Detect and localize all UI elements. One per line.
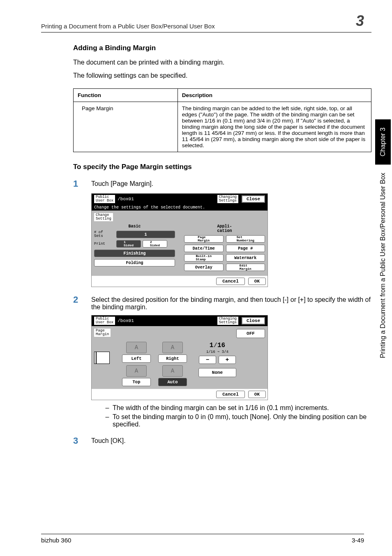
folding-button[interactable]: Folding — [94, 259, 175, 266]
page-num-button[interactable]: Page # — [226, 245, 265, 252]
panel1-tab-change-setting[interactable]: Change Setting — [94, 213, 113, 221]
bullet-2: To set the binding margin to 0 in (0 mm)… — [113, 413, 371, 428]
two-sided-button[interactable]: 2 Sided — [143, 240, 167, 248]
margin-range: 1/16 ~ 3/4 — [206, 350, 228, 354]
top-button[interactable]: Top — [122, 378, 151, 386]
panel-page-margin: PublicUser Box /box01 ChangingSettings C… — [91, 315, 268, 400]
th-description: Description — [178, 89, 371, 102]
panel1-close-button[interactable]: Close — [242, 195, 265, 203]
td-function: Page Margin — [74, 102, 178, 152]
function-table: Function Description Page Margin The bin… — [73, 88, 371, 152]
set-numbering-button[interactable]: Set Numbering — [226, 235, 265, 243]
right-icon: A — [162, 342, 183, 353]
header-rule — [41, 32, 371, 32]
page-margin-button[interactable]: Page Margin — [184, 235, 224, 243]
sets-label: # of Sets — [94, 231, 115, 238]
panel1-cancel-button[interactable]: Cancel — [216, 278, 245, 285]
none-button[interactable]: None — [198, 368, 236, 377]
panel1-ok-button[interactable]: OK — [248, 278, 266, 285]
step-2-number: 2 — [73, 294, 91, 305]
panel2-header: PublicUser Box /box01 ChangingSettings C… — [92, 315, 267, 326]
auto-button[interactable]: Auto — [158, 378, 187, 386]
panel2-ok-button[interactable]: OK — [248, 391, 266, 398]
off-button[interactable]: OFF — [236, 329, 265, 338]
procedure-heading: To specify the Page Margin settings — [41, 163, 371, 171]
panel1-basic-header: Basic — [94, 223, 175, 231]
bullet-dash-1: – — [102, 404, 113, 412]
td-description: The binding margin can be added to the l… — [178, 102, 371, 152]
bullet-dash-2: – — [102, 413, 113, 428]
auto-icon: A — [162, 365, 183, 377]
panel1-changing: ChangingSettings — [217, 195, 238, 203]
step-1-number: 1 — [73, 178, 91, 189]
side-tab-chapter: Chapter 3 — [375, 119, 391, 164]
panel1-title-box: PublicUser Box — [94, 195, 115, 203]
right-button[interactable]: Right — [158, 354, 187, 363]
watermark-button[interactable]: Watermark — [226, 254, 265, 262]
print-label: Print — [94, 242, 115, 246]
panel1-header: PublicUser Box /box01 ChangingSettings C… — [92, 194, 267, 204]
left-icon: A — [126, 342, 147, 353]
one-sided-button[interactable]: 1 Sided — [116, 240, 141, 248]
bullet-1: The width of the binding margin can be s… — [113, 404, 371, 412]
footer-left: bizhub 360 — [41, 537, 71, 544]
margin-value: 1⁄16 — [210, 342, 225, 349]
date-time-button[interactable]: Date/Time — [184, 245, 224, 252]
header-breadcrumb: Printing a Document from a Public User B… — [41, 23, 356, 30]
builtin-stamp-button[interactable]: Built-in Stamp — [184, 254, 224, 262]
margin-preview — [94, 342, 116, 386]
panel2-box-path: /box01 — [118, 318, 134, 323]
panel2-tab-page-margin: Page Margin — [94, 329, 111, 337]
step-3-text: Touch [OK]. — [91, 437, 126, 445]
edit-margin-button[interactable]: Edit Margin — [226, 264, 265, 271]
footer-right: 3-49 — [352, 537, 364, 544]
top-icon: A — [126, 365, 147, 377]
side-tab: Chapter 3 Printing a Document from a Pub… — [374, 119, 392, 366]
overlay-button[interactable]: Overlay — [184, 264, 224, 271]
panel2-changing: ChangingSettings — [217, 317, 238, 325]
panel1-application-header: Appli- cation — [184, 223, 265, 235]
sets-value[interactable]: 1 — [116, 231, 175, 238]
side-tab-title: Printing a Document from a Public User B… — [375, 164, 391, 366]
step-2-text: Select the desired position for the bind… — [91, 296, 371, 311]
left-button[interactable]: Left — [122, 354, 151, 363]
panel2-title-box: PublicUser Box — [94, 317, 115, 325]
panel1-subheader: Change the settings of the selected docu… — [92, 204, 267, 211]
panel2-cancel-button[interactable]: Cancel — [216, 391, 245, 398]
panel2-close-button[interactable]: Close — [242, 317, 265, 324]
step-3-number: 3 — [73, 436, 91, 446]
body-para-2: The following settings can be specified. — [73, 72, 371, 79]
th-function: Function — [74, 89, 178, 102]
finishing-button[interactable]: Finishing — [94, 250, 175, 257]
header-chapter-number: 3 — [356, 12, 364, 30]
section-heading-adding-binding-margin: Adding a Binding Margin — [73, 44, 371, 52]
plus-button[interactable]: + — [219, 356, 236, 364]
step-1-text: Touch [Page Margin]. — [91, 180, 153, 188]
panel1-box-path: /box01 — [118, 197, 134, 202]
panel-change-settings: PublicUser Box /box01 ChangingSettings C… — [91, 193, 268, 287]
minus-button[interactable]: − — [199, 356, 216, 364]
body-para-1: The document can be printed with a bindi… — [73, 59, 371, 66]
